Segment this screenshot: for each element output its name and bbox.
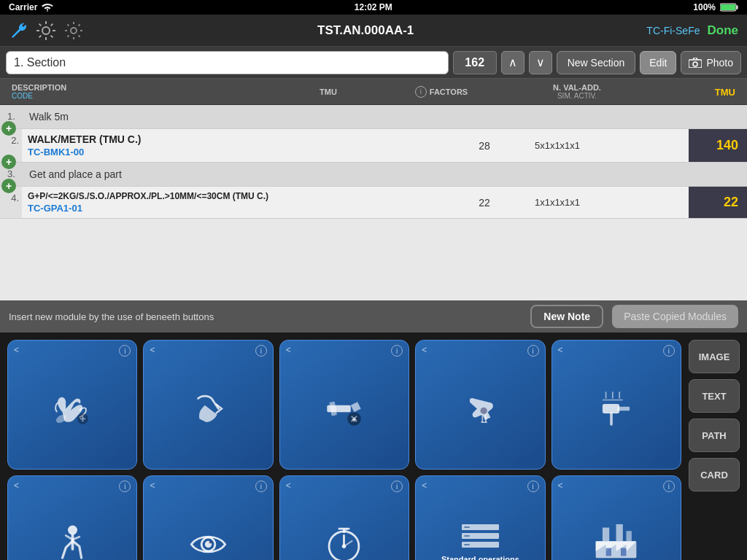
done-button[interactable]: Done bbox=[707, 23, 738, 38]
module-timer[interactable]: < i bbox=[279, 475, 409, 560]
carrier-label: Carrier bbox=[9, 2, 37, 12]
share-icon: < bbox=[150, 345, 155, 355]
standard-label: Standard operations bbox=[438, 553, 522, 560]
share-icon: < bbox=[558, 481, 563, 491]
svg-rect-10 bbox=[330, 401, 338, 416]
eye-icon bbox=[185, 521, 232, 560]
wifi-icon bbox=[42, 3, 53, 12]
module-own-codes[interactable]: < i Your own codes bbox=[551, 475, 681, 560]
svg-point-16 bbox=[68, 526, 77, 535]
info-icon: i bbox=[527, 481, 539, 492]
nav-up-button[interactable]: ∧ bbox=[501, 51, 525, 74]
add-row-button-3[interactable]: + bbox=[1, 179, 16, 193]
svg-rect-14 bbox=[618, 406, 630, 411]
share-icon: < bbox=[558, 345, 563, 355]
share-icon: < bbox=[286, 345, 291, 355]
svg-rect-30 bbox=[464, 535, 470, 537]
svg-point-19 bbox=[209, 541, 212, 544]
module-hammer[interactable]: < i bbox=[551, 340, 681, 470]
svg-rect-1 bbox=[737, 6, 738, 9]
header-right: TC-Fi-SeFe Done bbox=[646, 23, 738, 38]
table-row: 4. G+P/<=2KG/S./S.O./APPROX./PL.>10MM/<=… bbox=[0, 187, 747, 219]
col-tmu: TMU bbox=[283, 88, 374, 96]
section-number: 162 bbox=[453, 51, 497, 74]
grasp-icon bbox=[49, 385, 96, 432]
paste-button[interactable]: Paste Copied Modules bbox=[612, 305, 738, 328]
action-bar: Insert new module by the use of beneeth … bbox=[0, 300, 747, 332]
info-icon: i bbox=[119, 481, 131, 492]
svg-point-6 bbox=[693, 62, 697, 66]
table-row: 2. WALK/METER (TMU C.) TC-BMK1-00 28 5x1… bbox=[0, 129, 747, 163]
content-area: 1. Walk 5m + 2. WALK/METER (TMU C.) TC-B… bbox=[0, 105, 747, 300]
svg-rect-2 bbox=[721, 4, 735, 10]
standard-icon bbox=[460, 523, 500, 552]
right-sidebar: IMAGE TEXT PATH CARD bbox=[689, 340, 740, 560]
col-description: DESCRIPTION CODE bbox=[12, 83, 283, 100]
module-tool[interactable]: < i bbox=[279, 340, 409, 470]
info-icon: i bbox=[663, 345, 675, 357]
gear1-icon bbox=[35, 20, 57, 42]
header: TST.AN.000AA-1 TC-Fi-SeFe Done bbox=[0, 15, 747, 47]
share-icon: < bbox=[422, 481, 427, 491]
module-grasp[interactable]: < i bbox=[7, 340, 137, 470]
table-row: 3. Get and place a part + bbox=[0, 163, 747, 187]
time-display: 12:02 PM bbox=[355, 2, 392, 12]
modules-grid: < i < i < i bbox=[7, 340, 681, 560]
text-button[interactable]: TEXT bbox=[689, 379, 740, 413]
module-assemble[interactable]: < i bbox=[415, 340, 545, 470]
battery-label: 100% bbox=[693, 2, 716, 12]
timer-icon bbox=[320, 521, 368, 560]
share-icon: < bbox=[286, 481, 291, 491]
share-icon: < bbox=[422, 345, 427, 355]
info-icon: i bbox=[255, 345, 267, 357]
action-hint: Insert new module by the use of beneeth … bbox=[9, 311, 522, 322]
share-icon: < bbox=[150, 481, 155, 491]
new-section-button[interactable]: New Section bbox=[557, 51, 636, 74]
info-icon: i bbox=[255, 481, 267, 492]
table-header: DESCRIPTION CODE TMU i FACTORS N. VAL-AD… bbox=[0, 79, 747, 105]
modules-area: < i < i < i bbox=[0, 332, 747, 560]
svg-rect-36 bbox=[606, 548, 611, 556]
module-standard[interactable]: < i Standard operations bbox=[415, 475, 545, 560]
nav-down-button[interactable]: ∨ bbox=[529, 51, 552, 74]
share-icon: < bbox=[14, 481, 19, 491]
module-move[interactable]: < i bbox=[143, 340, 273, 470]
info-icon: i bbox=[663, 481, 675, 492]
svg-rect-34 bbox=[616, 524, 623, 541]
info-icon: i bbox=[391, 481, 403, 492]
svg-rect-35 bbox=[627, 531, 632, 541]
header-icons bbox=[9, 20, 85, 42]
col-tmu-result: TMU bbox=[645, 85, 735, 98]
col-factors: i FACTORS bbox=[374, 86, 509, 98]
module-eye[interactable]: < i bbox=[143, 475, 273, 560]
move-icon bbox=[185, 385, 232, 432]
assemble-icon bbox=[457, 385, 504, 432]
svg-point-3 bbox=[42, 27, 50, 34]
wrench-icon bbox=[9, 20, 29, 41]
svg-rect-13 bbox=[603, 404, 619, 413]
svg-rect-29 bbox=[464, 526, 470, 528]
info-icon: i bbox=[119, 345, 131, 357]
add-row-button-1[interactable]: + bbox=[1, 121, 16, 136]
svg-rect-37 bbox=[621, 548, 626, 556]
edit-button[interactable]: Edit bbox=[640, 51, 676, 74]
status-bar: Carrier 12:02 PM 100% bbox=[0, 0, 747, 15]
share-icon: < bbox=[14, 345, 19, 355]
info-icon: i bbox=[391, 345, 403, 357]
add-row-button-2[interactable]: + bbox=[1, 155, 16, 169]
info-icon: i bbox=[527, 345, 539, 357]
new-note-button[interactable]: New Note bbox=[530, 305, 603, 328]
photo-button[interactable]: Photo bbox=[681, 51, 741, 74]
col-nval: N. VAL-ADD. SIM. ACTIV. bbox=[509, 83, 645, 100]
camera-icon bbox=[689, 58, 702, 68]
factory-icon bbox=[592, 514, 640, 560]
card-button[interactable]: CARD bbox=[689, 458, 740, 491]
section-input[interactable] bbox=[6, 51, 449, 74]
path-button[interactable]: PATH bbox=[689, 419, 740, 452]
table-row: 1. Walk 5m + bbox=[0, 105, 747, 129]
module-walk[interactable]: < i bbox=[7, 475, 137, 560]
toolbar: 162 ∧ ∨ New Section Edit Photo bbox=[0, 47, 747, 79]
svg-point-12 bbox=[480, 407, 487, 413]
svg-point-4 bbox=[71, 28, 77, 34]
image-button[interactable]: IMAGE bbox=[689, 340, 740, 373]
